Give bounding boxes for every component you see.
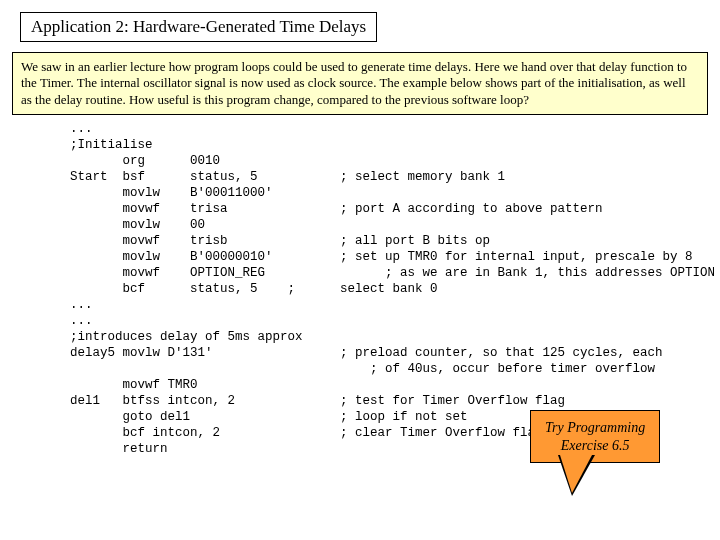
callout-tail [560,455,592,493]
callout-line2: Exercise 6.5 [561,438,630,453]
title-box: Application 2: Hardware-Generated Time D… [20,12,377,42]
callout-box: Try Programming Exercise 6.5 [530,410,660,463]
code-listing: ... ;Initialise org 0010 Start bsf statu… [70,121,708,457]
page-title: Application 2: Hardware-Generated Time D… [31,17,366,36]
description-box: We saw in an earlier lecture how program… [12,52,708,115]
description-text: We saw in an earlier lecture how program… [21,59,687,107]
callout-container: Try Programming Exercise 6.5 [530,410,660,463]
callout-line1: Try Programming [545,420,645,435]
